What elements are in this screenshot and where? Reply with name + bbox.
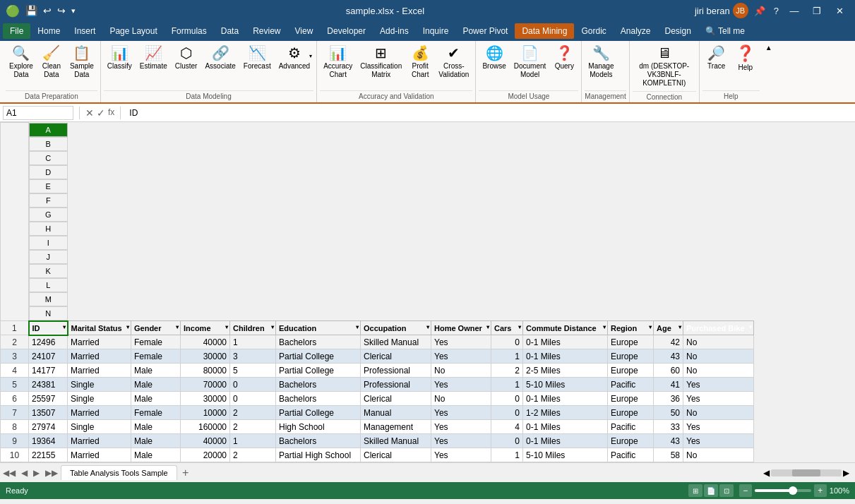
associate-button[interactable]: 🔗 Associate xyxy=(201,42,239,73)
cell-age[interactable]: 42 xyxy=(654,335,683,349)
cell-age[interactable]: 33 xyxy=(654,420,683,434)
cell-income[interactable]: 20000 xyxy=(181,462,230,463)
horizontal-scrollbar[interactable]: ◀ ▶ xyxy=(763,468,855,478)
cell-age[interactable]: 43 xyxy=(654,349,683,364)
cell-cars[interactable]: 1 xyxy=(491,378,523,392)
cell-gender[interactable]: Male xyxy=(131,462,181,463)
manage-models-button[interactable]: 🔧 ManageModels xyxy=(585,42,617,81)
col-header-a[interactable]: A xyxy=(29,123,68,137)
cell-homeowner[interactable]: Yes xyxy=(431,406,491,420)
menu-gordic[interactable]: Gordic xyxy=(574,23,613,39)
confirm-formula-icon[interactable]: ✓ xyxy=(97,107,105,119)
cell-children[interactable]: 1 xyxy=(230,335,276,349)
cell-cars[interactable]: 4 xyxy=(491,420,523,434)
col-header-e[interactable]: E xyxy=(29,179,68,193)
browse-button[interactable]: 🌐 Browse xyxy=(479,42,509,73)
cell-age[interactable]: 60 xyxy=(654,364,683,378)
cell-children[interactable]: 2 xyxy=(230,448,276,462)
cell-occupation[interactable]: Management xyxy=(361,420,431,434)
cell-income[interactable]: 30000 xyxy=(181,392,230,406)
sheet-nav-next[interactable]: ▶ xyxy=(30,468,42,478)
col-header-n[interactable]: N xyxy=(29,306,68,320)
cell-income[interactable]: 40000 xyxy=(181,335,230,349)
classify-button[interactable]: 📊 Classify xyxy=(104,42,136,73)
formula-input[interactable] xyxy=(126,108,852,118)
cell-id[interactable]: 14177 xyxy=(29,364,68,378)
cell-occupation[interactable]: Clerical xyxy=(361,349,431,364)
cell-cars[interactable]: 0 xyxy=(491,335,523,349)
header-marital[interactable]: Marital Status ▾ xyxy=(68,321,131,335)
header-purchased[interactable]: Purchased Bike ▾ xyxy=(683,321,754,335)
cell-cars[interactable]: 0 xyxy=(491,434,523,448)
normal-view-button[interactable]: ⊞ xyxy=(688,484,702,497)
cluster-button[interactable]: ⬡ Cluster xyxy=(172,42,201,73)
page-break-view-button[interactable]: ⊡ xyxy=(719,484,734,497)
cell-age[interactable]: 41 xyxy=(654,378,683,392)
cell-purchased[interactable]: Yes xyxy=(683,420,754,434)
cell-region[interactable]: Europe xyxy=(608,406,654,420)
header-id[interactable]: ID ▾ xyxy=(29,321,68,335)
cell-gender[interactable]: Female xyxy=(131,335,181,349)
accuracy-chart-button[interactable]: 📊 AccuracyChart xyxy=(320,42,356,81)
cell-region[interactable]: Europe xyxy=(608,364,654,378)
menu-tellme[interactable]: 🔍 Tell me xyxy=(698,23,752,39)
cell-id[interactable]: 12496 xyxy=(29,335,68,349)
cell-cars[interactable]: 1 xyxy=(491,462,523,463)
cell-gender[interactable]: Male xyxy=(131,420,181,434)
menu-data[interactable]: Data xyxy=(214,23,246,39)
sheet-nav-right[interactable]: ▶▶ xyxy=(42,468,61,478)
cell-income[interactable]: 10000 xyxy=(181,406,230,420)
cell-region[interactable]: Europe xyxy=(608,349,654,364)
col-header-l[interactable]: L xyxy=(29,278,68,292)
cell-education[interactable]: Bachelors xyxy=(276,434,361,448)
cell-id[interactable]: 19280 xyxy=(29,462,68,463)
cell-commute[interactable]: 5-10 Miles xyxy=(523,448,608,462)
minimize-button[interactable]: — xyxy=(784,1,804,20)
header-income[interactable]: Income ▾ xyxy=(181,321,230,335)
cell-children[interactable]: 5 xyxy=(230,364,276,378)
sheet-nav-left[interactable]: ◀◀ xyxy=(0,468,18,478)
col-header-d[interactable]: D xyxy=(29,165,68,179)
cell-homeowner[interactable]: No xyxy=(431,364,491,378)
cell-gender[interactable]: Female xyxy=(131,406,181,420)
cell-cars[interactable]: 0 xyxy=(491,392,523,406)
cell-marital[interactable]: Married xyxy=(68,335,131,349)
sheet-nav-prev[interactable]: ◀ xyxy=(18,468,30,478)
col-header-f[interactable]: F xyxy=(29,193,68,208)
col-header-c[interactable]: C xyxy=(29,151,68,165)
col-header-g[interactable]: G xyxy=(29,208,68,222)
data-table[interactable]: A B C D E F G H I J K L M N 1 xyxy=(0,122,855,462)
zoom-out-button[interactable]: − xyxy=(739,484,752,497)
menu-inquire[interactable]: Inquire xyxy=(416,23,456,39)
col-header-b[interactable]: B xyxy=(29,137,68,151)
cell-marital[interactable]: Married xyxy=(68,364,131,378)
cell-purchased[interactable]: No xyxy=(683,364,754,378)
col-header-i[interactable]: I xyxy=(29,236,68,250)
ribbon-collapse[interactable]: ▲ xyxy=(763,41,775,102)
cell-homeowner[interactable]: Yes xyxy=(431,349,491,364)
cell-commute[interactable]: 0-1 Miles xyxy=(523,462,608,463)
cell-children[interactable]: 0 xyxy=(230,392,276,406)
cell-id[interactable]: 24381 xyxy=(29,378,68,392)
menu-datamining[interactable]: Data Mining xyxy=(515,23,574,39)
menu-analyze[interactable]: Analyze xyxy=(614,23,658,39)
cell-children[interactable]: 3 xyxy=(230,349,276,364)
sample-data-button[interactable]: 📋 SampleData xyxy=(66,42,97,81)
cell-age[interactable]: 58 xyxy=(654,448,683,462)
cell-cars[interactable]: 1 xyxy=(491,448,523,462)
advanced-button[interactable]: ⚙ Advanced ▾ xyxy=(275,42,313,73)
cell-cars[interactable]: 0 xyxy=(491,406,523,420)
cell-marital[interactable]: Single xyxy=(68,392,131,406)
cell-education[interactable]: Partial College xyxy=(276,349,361,364)
cell-homeowner[interactable]: Yes xyxy=(431,448,491,462)
cell-region[interactable]: Pacific xyxy=(608,420,654,434)
header-region[interactable]: Region ▾ xyxy=(608,321,654,335)
cell-income[interactable]: 80000 xyxy=(181,364,230,378)
cell-occupation[interactable]: Skilled Manual xyxy=(361,434,431,448)
cell-marital[interactable]: Single xyxy=(68,420,131,434)
cell-income[interactable]: 20000 xyxy=(181,448,230,462)
cell-homeowner[interactable]: No xyxy=(431,392,491,406)
cell-commute[interactable]: 0-1 Miles xyxy=(523,434,608,448)
cell-children[interactable]: 2 xyxy=(230,420,276,434)
cell-marital[interactable]: Married xyxy=(68,406,131,420)
